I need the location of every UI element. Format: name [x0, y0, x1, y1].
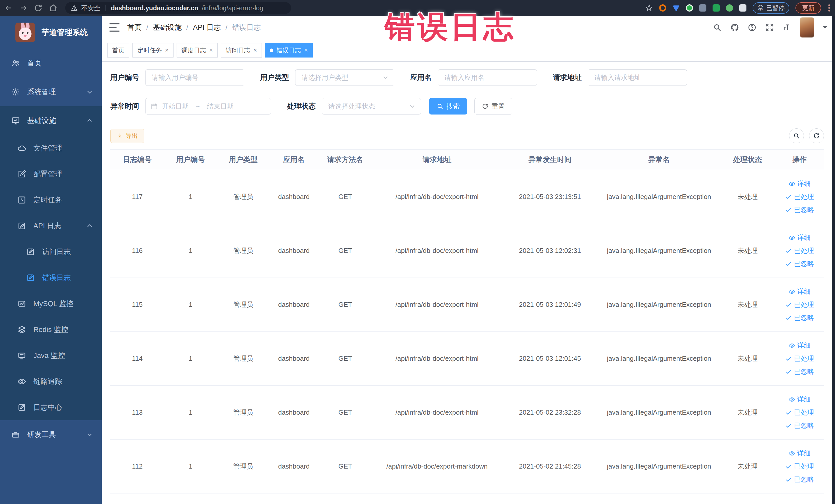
- breadcrumb-api-log[interactable]: API 日志: [193, 23, 221, 32]
- help-icon[interactable]: [748, 23, 756, 32]
- reset-button[interactable]: 重置: [474, 98, 512, 115]
- extension-icon-on-badge[interactable]: [713, 4, 720, 12]
- mark-processed-link[interactable]: 已处理: [785, 408, 814, 417]
- user-id-input[interactable]: [145, 69, 244, 86]
- browser-forward-icon[interactable]: [19, 4, 28, 12]
- tab-close-icon[interactable]: ×: [304, 47, 308, 54]
- tab-close-icon[interactable]: ×: [165, 47, 169, 54]
- sidebar-item-home[interactable]: 首页: [0, 49, 102, 78]
- extension-icon-orange[interactable]: [659, 4, 666, 12]
- refresh-table-button[interactable]: [809, 128, 824, 143]
- toggle-search-button[interactable]: [789, 128, 804, 143]
- detail-label: 详细: [797, 233, 811, 242]
- mark-ignored-link[interactable]: 已忽略: [785, 259, 814, 268]
- breadcrumb-infra[interactable]: 基础设施: [153, 23, 182, 32]
- sidebar-item-config-management[interactable]: 配置管理: [0, 161, 102, 187]
- github-icon[interactable]: [730, 23, 739, 32]
- browser-menu-kebab-icon[interactable]: [827, 4, 831, 12]
- cell-exception-time: 2021-05-03 12:01:45: [502, 355, 598, 363]
- detail-link[interactable]: 详细: [789, 287, 811, 296]
- sidebar-item-system[interactable]: 系统管理: [0, 78, 102, 106]
- cell-process-status: 未处理: [720, 300, 775, 309]
- reset-button-label: 重置: [492, 102, 505, 111]
- app-logo: 芋道管理系统: [0, 16, 102, 49]
- chevron-down-icon: [86, 88, 93, 95]
- mark-processed-link[interactable]: 已处理: [785, 354, 814, 363]
- sidebar-toggle-icon[interactable]: [109, 23, 120, 32]
- home-icon: [11, 59, 20, 67]
- search-icon[interactable]: [713, 23, 721, 32]
- sidebar-item-log-center[interactable]: 日志中心: [0, 395, 102, 420]
- detail-link[interactable]: 详细: [789, 233, 811, 242]
- detail-link[interactable]: 详细: [789, 449, 811, 458]
- sidebar-item-access-log[interactable]: 访问日志: [0, 239, 102, 265]
- tab-schedule-log[interactable]: 调度日志×: [177, 43, 218, 58]
- detail-link[interactable]: 详细: [789, 179, 811, 188]
- search-icon: [793, 133, 800, 139]
- user-type-select[interactable]: 请选择用户类型: [295, 69, 394, 86]
- extension-icon-blue-shield[interactable]: [673, 4, 680, 12]
- browser-home-icon[interactable]: [49, 4, 58, 12]
- sidebar-item-dev-tools[interactable]: 研发工具: [0, 420, 102, 449]
- tab-close-icon[interactable]: ×: [253, 47, 257, 54]
- sidebar-item-redis-monitor[interactable]: Redis 监控: [0, 317, 102, 343]
- request-url-input[interactable]: [588, 69, 687, 86]
- mark-processed-link[interactable]: 已处理: [785, 246, 814, 255]
- browser-back-icon[interactable]: [4, 4, 13, 12]
- user-avatar[interactable]: [800, 18, 814, 38]
- avatar-caret-down-icon[interactable]: [823, 26, 827, 29]
- extension-icon-grid[interactable]: [699, 4, 707, 12]
- detail-link[interactable]: 详细: [789, 341, 811, 350]
- tab-home[interactable]: 首页: [107, 43, 129, 58]
- browser-update-button[interactable]: 更新: [795, 2, 821, 14]
- export-button[interactable]: 导出: [110, 129, 144, 143]
- tab-scheduled-jobs[interactable]: 定时任务×: [133, 43, 174, 58]
- sidebar-item-label: 系统管理: [27, 87, 56, 97]
- search-button[interactable]: 搜索: [429, 98, 467, 115]
- mark-processed-link[interactable]: 已处理: [785, 192, 814, 201]
- browser-scrollbar[interactable]: [832, 16, 835, 504]
- mark-ignored-link[interactable]: 已忽略: [785, 367, 814, 376]
- detail-label: 详细: [797, 395, 811, 404]
- mark-ignored-link[interactable]: 已忽略: [785, 421, 814, 430]
- process-status-select[interactable]: 请选择处理状态: [322, 98, 421, 115]
- check-icon: [785, 207, 792, 213]
- detail-link[interactable]: 详细: [789, 395, 811, 404]
- sidebar-item-trace[interactable]: 链路追踪: [0, 368, 102, 395]
- tab-access-log[interactable]: 访问日志×: [221, 43, 262, 58]
- fullscreen-icon[interactable]: [765, 23, 774, 32]
- extension-icon-green-circle[interactable]: [686, 4, 693, 12]
- breadcrumb-home[interactable]: 首页: [127, 23, 142, 32]
- browser-reload-icon[interactable]: [34, 4, 43, 12]
- cell-exception-time: 2021-05-03 12:02:31: [502, 247, 598, 255]
- app-name-input[interactable]: [438, 69, 537, 86]
- mark-ignored-link[interactable]: 已忽略: [785, 475, 814, 484]
- sidebar-item-file-management[interactable]: 文件管理: [0, 135, 102, 161]
- exception-time-range-picker[interactable]: 开始日期 ~ 结束日期: [145, 98, 271, 115]
- sidebar-item-mysql-monitor[interactable]: MySQL 监控: [0, 291, 102, 317]
- cell-user-id: 1: [164, 462, 217, 470]
- eye-icon: [789, 450, 795, 457]
- mark-ignored-link[interactable]: 已忽略: [785, 313, 814, 322]
- font-size-icon[interactable]: [782, 23, 791, 32]
- extension-icon-leaf[interactable]: [726, 4, 733, 12]
- tab-error-log[interactable]: 错误日志×: [265, 43, 313, 58]
- mark-processed-link[interactable]: 已处理: [785, 462, 814, 471]
- processed-label: 已处理: [794, 300, 814, 309]
- profile-paused-badge[interactable]: 😀 已暂停: [753, 2, 789, 14]
- table-toolbar: 导出: [110, 128, 824, 143]
- refresh-icon: [813, 133, 820, 139]
- extensions-puzzle-icon[interactable]: [739, 4, 747, 12]
- address-bar[interactable]: 不安全 dashboard.yudao.iocoder.cn/infra/log…: [65, 2, 291, 14]
- cell-app-name: dashboard: [269, 301, 318, 309]
- sidebar-item-infrastructure[interactable]: 基础设施: [0, 106, 102, 135]
- sidebar-item-error-log[interactable]: 错误日志: [0, 265, 102, 291]
- mark-ignored-link[interactable]: 已忽略: [785, 205, 814, 215]
- mark-processed-link[interactable]: 已处理: [785, 300, 814, 309]
- sidebar-item-api-log[interactable]: API 日志: [0, 213, 102, 239]
- sidebar-item-scheduled-jobs[interactable]: 定时任务: [0, 187, 102, 213]
- sidebar-item-java-monitor[interactable]: Java 监控: [0, 343, 102, 368]
- bookmark-star-icon[interactable]: [645, 4, 653, 12]
- briefcase-icon: [11, 430, 20, 439]
- tab-close-icon[interactable]: ×: [209, 47, 213, 54]
